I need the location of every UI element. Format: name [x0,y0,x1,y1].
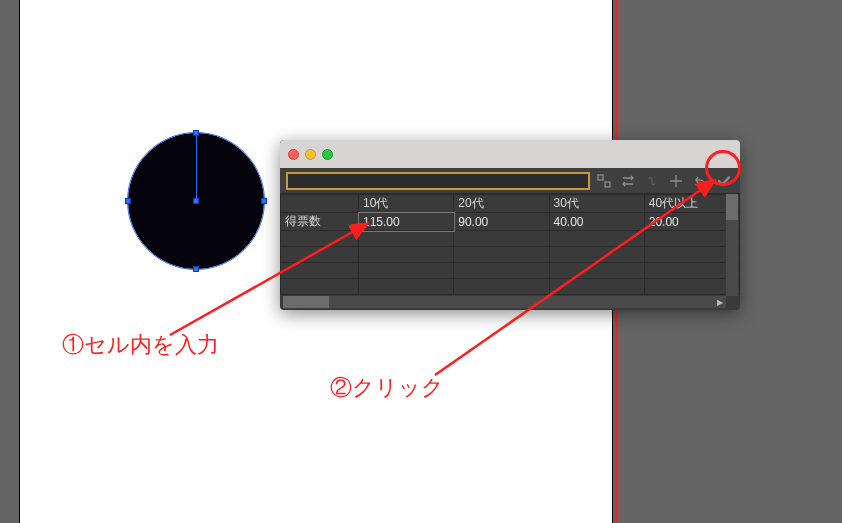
row-header-0[interactable]: 得票数 [281,213,359,231]
empty-cell[interactable] [454,279,549,295]
panel-scrollbar-horizontal[interactable]: ◀ ▶ [283,296,726,308]
svg-rect-0 [598,175,603,180]
data-table-panel: 10代 20代 30代 40代以上 得票数 115.00 90.00 40.00… [280,140,740,310]
row-header-empty[interactable] [281,279,359,295]
cell-0-1[interactable]: 90.00 [454,213,549,231]
empty-cell[interactable] [454,247,549,263]
empty-cell[interactable] [359,247,454,263]
annotation-2-highlight-circle [705,150,741,186]
panel-scrollbar-vertical[interactable] [726,194,738,296]
grid-options-icon[interactable] [666,171,686,191]
window-minimize-button[interactable] [305,149,316,160]
link-icon [642,171,662,191]
empty-cell[interactable] [359,263,454,279]
scroll-thumb-h[interactable] [283,296,329,308]
column-header-0[interactable]: 10代 [359,195,454,213]
window-titlebar[interactable] [280,140,740,168]
window-close-button[interactable] [288,149,299,160]
empty-cell[interactable] [454,231,549,247]
panel-toolbar [280,168,740,194]
scroll-thumb-v[interactable] [726,194,738,220]
annotation-2-text: ②クリック [330,373,444,403]
selection-handle-e[interactable] [261,198,267,204]
circle-radius-line [196,136,197,201]
window-zoom-button[interactable] [322,149,333,160]
swap-cols-icon[interactable] [618,171,638,191]
row-header-empty[interactable] [281,263,359,279]
selected-circle-object[interactable] [128,133,264,269]
svg-rect-1 [605,182,610,187]
empty-cell[interactable] [454,263,549,279]
selection-handle-w[interactable] [125,198,131,204]
cell-value-input[interactable] [286,172,590,190]
row-header-empty[interactable] [281,247,359,263]
scroll-right-icon[interactable]: ▶ [714,296,726,308]
empty-cell[interactable] [549,279,644,295]
column-header-1[interactable]: 20代 [454,195,549,213]
cell-0-2[interactable]: 40.00 [549,213,644,231]
header-cell-empty[interactable] [281,195,359,213]
empty-cell[interactable] [549,263,644,279]
empty-cell[interactable] [359,279,454,295]
empty-cell[interactable] [549,247,644,263]
empty-cell[interactable] [359,231,454,247]
annotation-1-text: ①セル内を入力 [62,330,219,360]
transpose-icon[interactable] [594,171,614,191]
data-grid[interactable]: 10代 20代 30代 40代以上 得票数 115.00 90.00 40.00… [280,194,740,296]
empty-cell[interactable] [549,231,644,247]
column-header-2[interactable]: 30代 [549,195,644,213]
cell-0-0[interactable]: 115.00 [359,213,454,231]
row-header-empty[interactable] [281,231,359,247]
selection-handle-s[interactable] [193,266,199,272]
